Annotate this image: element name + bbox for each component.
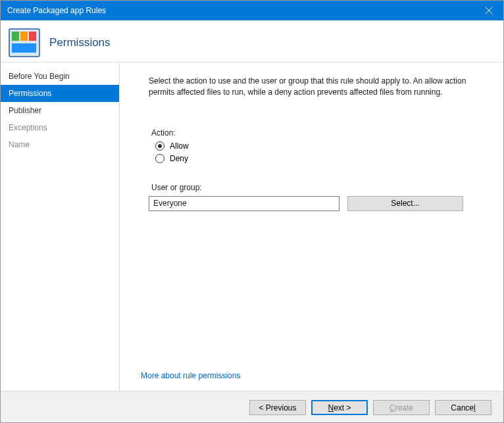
header: Permissions [1,20,503,62]
sidebar-item-exceptions: Exceptions [1,119,119,136]
previous-button[interactable]: < Previous [249,400,306,415]
radio-icon [155,141,164,151]
page-title: Permissions [49,36,111,49]
close-button[interactable] [474,1,503,20]
svg-rect-3 [12,32,19,41]
radio-allow-label: Allow [170,141,189,151]
next-button[interactable]: Next > [311,400,368,415]
applocker-icon [9,28,40,57]
user-group-input[interactable] [149,196,340,211]
sidebar-item-publisher[interactable]: Publisher [1,102,119,119]
description-text: Select the action to use and the user or… [149,76,484,98]
sidebar-item-name: Name [1,136,119,153]
cancel-underline: l [474,403,476,412]
svg-rect-4 [20,32,28,41]
action-radio-group: Allow Deny [155,141,484,163]
sidebar: Before You Begin Permissions Publisher E… [1,62,120,391]
close-icon [486,7,492,14]
radio-icon [155,154,164,163]
radio-deny-label: Deny [170,154,188,163]
cancel-prefix: Cance [451,403,474,412]
action-label: Action: [151,128,484,137]
cancel-button[interactable]: Cancel [435,400,491,415]
more-link[interactable]: More about rule permissions [141,371,240,380]
radio-allow[interactable]: Allow [155,141,484,151]
user-group-label: User or group: [151,183,484,192]
create-underline: C [390,403,395,412]
create-rest: reate [395,403,413,412]
svg-rect-5 [29,32,36,41]
create-button: Create [373,400,430,415]
sidebar-item-before-you-begin[interactable]: Before You Begin [1,68,119,85]
svg-rect-6 [12,43,36,53]
titlebar: Create Packaged app Rules [1,1,503,20]
footer: < Previous Next > Create Cancel [1,391,503,423]
select-button[interactable]: Select... [347,196,463,211]
next-underline: N [328,403,334,412]
next-rest: ext > [334,403,351,412]
radio-deny[interactable]: Deny [155,154,484,163]
main-panel: Select the action to use and the user or… [120,62,503,391]
sidebar-item-permissions[interactable]: Permissions [1,85,119,102]
window-title: Create Packaged app Rules [7,6,106,15]
